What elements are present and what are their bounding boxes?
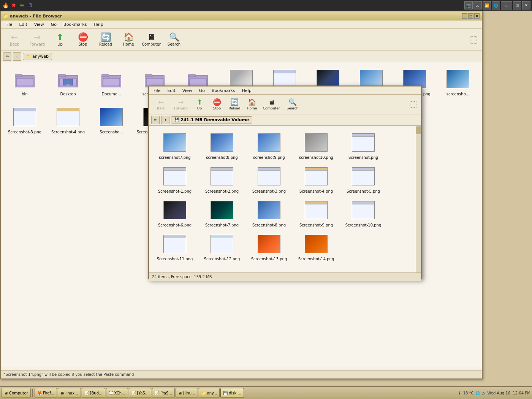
list-item[interactable]: bin xyxy=(4,65,46,102)
front-search-button[interactable]: 🔍 Search xyxy=(283,96,302,113)
web-tray-icon[interactable]: 🌐 xyxy=(492,1,500,10)
file-name: Screenshot-13.png xyxy=(251,257,287,261)
front-menu-file[interactable]: File xyxy=(150,87,163,94)
network-tray-icon[interactable]: 🖧 xyxy=(473,1,482,10)
list-item[interactable]: Desktop xyxy=(47,65,89,102)
front-back-button[interactable]: ← Back xyxy=(152,96,170,113)
taskbar-linu[interactable]: 🖥 [linu... xyxy=(176,388,198,398)
file-browser-front-window: File Edit View Go Bookmarks Help ← Back … xyxy=(148,86,422,279)
window-btn2[interactable]: ◫ xyxy=(513,1,521,10)
reload-button[interactable]: 🔄 Reload xyxy=(95,30,116,50)
list-item[interactable]: Screensho... xyxy=(90,103,132,136)
front-menu-bookmarks[interactable]: Bookmarks xyxy=(209,87,238,94)
menu-edit[interactable]: Edit xyxy=(16,21,30,28)
back-title-text: anyweb - File Browser xyxy=(10,14,62,19)
list-item[interactable]: Screenshot-6.png xyxy=(152,196,198,229)
computer-button[interactable]: 🖥 Computer xyxy=(141,30,162,50)
wifi-tray-icon[interactable]: 📶 xyxy=(483,1,491,10)
list-item[interactable]: screenshot8.png xyxy=(199,129,245,161)
list-item[interactable]: screenshot9.png xyxy=(246,129,292,161)
list-item[interactable]: screensho... xyxy=(437,65,479,102)
front-nav-back-small[interactable]: ‹ xyxy=(161,116,169,124)
list-item[interactable]: Screenshot-14.png xyxy=(293,230,339,263)
file-name: Screenshot-12.png xyxy=(204,257,240,261)
terminal-icon[interactable]: 📟 xyxy=(18,2,26,9)
breadcrumb-icon: 📁 xyxy=(26,54,32,59)
list-item[interactable]: Screenshot-3.png xyxy=(246,163,292,195)
flame-icon[interactable]: 🔥 xyxy=(2,2,9,9)
breadcrumb-anyweb[interactable]: 📁 anyweb xyxy=(23,53,52,60)
list-item[interactable]: Docume... xyxy=(90,65,132,102)
front-reload-button[interactable]: 🔄 Reload xyxy=(226,96,242,113)
menu-bookmarks[interactable]: Bookmarks xyxy=(60,21,90,28)
front-up-button[interactable]: ⬆ Up xyxy=(192,96,207,113)
front-stop-button[interactable]: ⛔ Stop xyxy=(209,96,225,113)
breadcrumb-text: anyweb xyxy=(32,54,49,59)
menu-help[interactable]: Help xyxy=(91,21,106,28)
front-breadcrumb[interactable]: 💾 241.1 MB Removable Volume xyxy=(171,116,252,124)
file-name: screensho... xyxy=(446,92,469,96)
taskbar-yas2[interactable]: 📝 [YaS... xyxy=(152,388,175,398)
front-edit-location[interactable]: ✏ xyxy=(151,116,160,124)
search-button-back[interactable]: 🔍 Search xyxy=(163,30,185,50)
stop-button-back[interactable]: ⛔ Stop xyxy=(72,30,93,50)
x-icon[interactable]: ✖ xyxy=(10,2,17,9)
taskbar-any[interactable]: 📁 any... xyxy=(199,388,220,398)
window-btn1[interactable]: ▭ xyxy=(501,1,512,10)
list-item[interactable]: Screenshot-8.png xyxy=(246,196,292,229)
window-btn3[interactable]: ✖ xyxy=(522,1,530,10)
list-item[interactable]: Screenshot-5.png xyxy=(340,163,386,195)
camera-tray-icon[interactable]: 📷 xyxy=(464,1,473,10)
edit-location-button[interactable]: ✏ xyxy=(3,52,11,61)
monitor-icon[interactable]: 🖥 xyxy=(27,2,34,9)
taskbar-computer[interactable]: 🖥 Computer xyxy=(2,388,31,398)
menu-view[interactable]: View xyxy=(31,21,47,28)
list-item[interactable]: Screenshot-3.png xyxy=(4,103,46,136)
front-home-button[interactable]: 🏠 Home xyxy=(244,96,260,113)
list-item[interactable]: Screenshot-10.png xyxy=(340,196,386,229)
taskbar-bud[interactable]: 📝 [Bud... xyxy=(82,388,105,398)
menu-file[interactable]: File xyxy=(2,21,15,28)
list-item[interactable]: Screenshot-12.png xyxy=(199,230,245,263)
menu-go[interactable]: Go xyxy=(48,21,60,28)
up-button[interactable]: ⬆ Up xyxy=(49,30,71,50)
list-item[interactable]: screenshot10.png xyxy=(293,129,339,161)
list-item[interactable]: Screenshot-1.png xyxy=(152,163,198,195)
taskbar-yas1-label: [YaS... xyxy=(137,391,149,395)
front-forward-button[interactable]: → Forward xyxy=(172,96,190,113)
list-item[interactable]: Screenshot-13.png xyxy=(246,230,292,263)
list-item[interactable]: screenshot7.png xyxy=(152,129,198,161)
minimize-button[interactable]: ─ xyxy=(462,13,467,19)
front-menu-edit[interactable]: Edit xyxy=(164,87,178,94)
list-item[interactable]: Screenshot-2.png xyxy=(199,163,245,195)
list-item[interactable]: Screenshot.png xyxy=(340,129,386,161)
taskbar-linux[interactable]: 🖥 linux... xyxy=(58,388,81,398)
scrollbar-thumb[interactable] xyxy=(416,127,421,134)
home-button[interactable]: 🏠 Home xyxy=(118,30,139,50)
temp-text: 18 °C xyxy=(463,391,474,395)
list-item[interactable]: Screenshot-4.png xyxy=(47,103,89,136)
maximize-button[interactable]: □ xyxy=(468,13,473,19)
nav-back-small[interactable]: ‹ xyxy=(13,52,21,61)
list-item[interactable]: Screenshot-4.png xyxy=(293,163,339,195)
front-computer-button[interactable]: 🖥 Computer xyxy=(261,96,281,113)
list-item[interactable]: Screenshot-7.png xyxy=(199,196,245,229)
front-menu-go[interactable]: Go xyxy=(196,87,208,94)
forward-icon: → xyxy=(34,33,41,41)
front-loading-indicator xyxy=(410,101,416,108)
up-icon: ⬆ xyxy=(57,33,63,41)
list-item[interactable]: Screenshot-11.png xyxy=(152,230,198,263)
loading-indicator xyxy=(470,36,477,44)
front-menu-help[interactable]: Help xyxy=(239,87,255,94)
back-titlebar: 📁 anyweb - File Browser ─ □ ✖ xyxy=(1,11,482,21)
list-item[interactable]: Screenshot-9.png xyxy=(293,196,339,229)
back-button[interactable]: ← Back xyxy=(4,30,25,50)
front-scrollbar[interactable] xyxy=(416,126,421,272)
forward-button[interactable]: → Forward xyxy=(27,30,48,50)
taskbar-yas1[interactable]: 📝 [YaS... xyxy=(129,388,152,398)
close-button[interactable]: ✖ xyxy=(474,13,480,19)
taskbar-firefox[interactable]: 🦊 Firef... xyxy=(35,388,57,398)
front-menu-view[interactable]: View xyxy=(179,87,195,94)
taskbar-xch[interactable]: 💬 XCh... xyxy=(106,388,128,398)
taskbar-disk[interactable]: 💾 disk ... xyxy=(220,388,244,398)
